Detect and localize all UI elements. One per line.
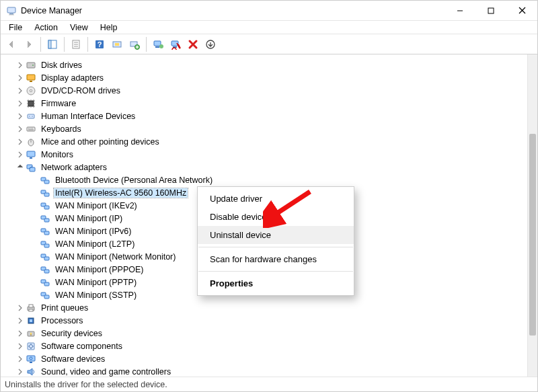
tree-category[interactable]: Mice and other pointing devices <box>5 135 527 148</box>
chevron-right-icon[interactable] <box>15 303 25 313</box>
legacy-hardware-button[interactable] <box>202 36 219 52</box>
status-text: Uninstalls the driver for the selected d… <box>5 380 167 389</box>
chevron-right-icon[interactable] <box>15 137 25 147</box>
chevron-right-icon[interactable] <box>15 73 25 83</box>
svg-point-34 <box>32 116 33 117</box>
sound-icon <box>26 366 36 377</box>
menu-action[interactable]: Action <box>29 22 63 33</box>
tree-device-label: WAN Miniport (IPv6) <box>54 227 132 236</box>
svg-rect-74 <box>30 362 32 363</box>
forward-button[interactable] <box>21 36 37 52</box>
tree-device-label: WAN Miniport (L2TP) <box>54 239 136 249</box>
menu-view[interactable]: View <box>65 22 93 33</box>
context-menu-separator <box>198 247 353 247</box>
tree-category[interactable]: Processors <box>5 314 527 327</box>
devmgr-app-icon <box>6 5 17 16</box>
disable-device-button[interactable] <box>167 36 184 52</box>
toolbar-sep <box>40 37 41 52</box>
tree-category-label: Network adapters <box>40 163 108 172</box>
tree-category-label: Processors <box>40 316 85 325</box>
chevron-right-icon[interactable] <box>15 61 25 70</box>
tree-category[interactable]: Software components <box>5 340 527 352</box>
help-button[interactable]: ? <box>91 36 108 52</box>
scan-hardware-button[interactable] <box>126 36 143 52</box>
toolbar: ? <box>1 34 537 54</box>
context-menu-separator <box>198 271 353 272</box>
tree-category[interactable]: Software devices <box>5 352 527 365</box>
tree-category[interactable]: DVD/CD-ROM drives <box>5 84 527 97</box>
tree-category[interactable]: Display adapters <box>5 71 527 84</box>
network-device-icon <box>40 264 50 275</box>
cpu-icon <box>26 315 36 326</box>
chip-icon <box>26 98 36 109</box>
menu-file[interactable]: File <box>3 22 28 33</box>
svg-rect-72 <box>27 356 35 361</box>
context-menu-item[interactable]: Update driver <box>198 190 354 208</box>
tree-category[interactable]: Sound, video and game controllers <box>5 365 527 377</box>
menu-help[interactable]: Help <box>95 22 123 33</box>
network-device-icon <box>40 277 50 288</box>
tree-category[interactable]: Human Interface Devices <box>5 110 527 122</box>
svg-rect-19 <box>154 41 161 46</box>
uninstall-device-button[interactable] <box>185 36 201 52</box>
action-button[interactable] <box>109 36 125 52</box>
context-menu-item[interactable]: Scan for hardware changes <box>198 250 354 268</box>
close-button[interactable] <box>506 1 537 21</box>
tree-category-label: Display adapters <box>40 73 105 83</box>
maximize-button[interactable] <box>475 1 506 21</box>
vertical-scrollbar[interactable] <box>527 54 537 377</box>
chevron-right-icon[interactable] <box>15 99 25 108</box>
context-menu-item[interactable]: Properties <box>198 274 354 292</box>
security-icon <box>26 328 36 339</box>
tree-category-label: Monitors <box>40 150 75 159</box>
svg-rect-27 <box>27 75 35 80</box>
svg-rect-31 <box>28 101 34 106</box>
chevron-right-icon[interactable] <box>15 86 25 95</box>
context-menu: Update driverDisable deviceUninstall dev… <box>197 186 354 296</box>
window-title: Device Manager <box>21 6 445 15</box>
tree-category[interactable]: Monitors <box>5 148 527 161</box>
tree-category[interactable]: Print queues <box>5 301 527 314</box>
svg-rect-39 <box>30 157 32 159</box>
back-button[interactable] <box>3 36 20 52</box>
svg-rect-54 <box>44 244 49 247</box>
minimize-button[interactable] <box>445 1 475 21</box>
svg-rect-48 <box>44 206 49 209</box>
network-device-icon <box>40 251 50 262</box>
update-driver-button[interactable] <box>150 36 166 52</box>
tree-category[interactable]: Keyboards <box>5 122 527 135</box>
tree-category[interactable]: Security devices <box>5 327 527 340</box>
tree-category-label: DVD/CD-ROM drives <box>40 86 122 95</box>
chevron-right-icon[interactable] <box>15 329 25 338</box>
tree-device[interactable]: Bluetooth Device (Personal Area Network) <box>5 173 527 186</box>
scrollbar-thumb[interactable] <box>529 134 536 336</box>
svg-rect-67 <box>30 319 32 322</box>
tree-category[interactable]: Firmware <box>5 97 527 110</box>
svg-point-69 <box>30 332 32 334</box>
svg-point-26 <box>32 65 34 66</box>
chevron-right-icon[interactable] <box>15 367 25 377</box>
chevron-right-icon[interactable] <box>15 354 25 364</box>
tree-category-label: Disk drives <box>40 61 83 70</box>
chevron-right-icon[interactable] <box>15 316 25 325</box>
context-menu-item[interactable]: Disable device <box>198 208 354 226</box>
printer-icon <box>26 303 36 313</box>
chevron-right-icon[interactable] <box>15 112 25 121</box>
mouse-icon <box>26 136 36 147</box>
chevron-right-icon[interactable] <box>15 124 25 134</box>
svg-rect-32 <box>28 114 34 118</box>
chevron-down-icon[interactable] <box>15 163 25 172</box>
chevron-right-icon[interactable] <box>15 342 25 351</box>
show-hide-console-button[interactable] <box>44 36 61 52</box>
network-device-icon <box>40 175 50 186</box>
tree-category[interactable]: Network adapters <box>5 161 527 173</box>
svg-rect-60 <box>44 282 49 286</box>
context-menu-item[interactable]: Uninstall device <box>198 226 354 244</box>
tree-category[interactable]: Disk drives <box>5 58 527 71</box>
chevron-right-icon[interactable] <box>15 150 25 159</box>
properties-button[interactable] <box>68 36 84 52</box>
svg-rect-28 <box>30 81 32 82</box>
network-device-icon <box>40 200 50 211</box>
svg-rect-38 <box>27 151 35 157</box>
svg-rect-1 <box>9 13 13 15</box>
